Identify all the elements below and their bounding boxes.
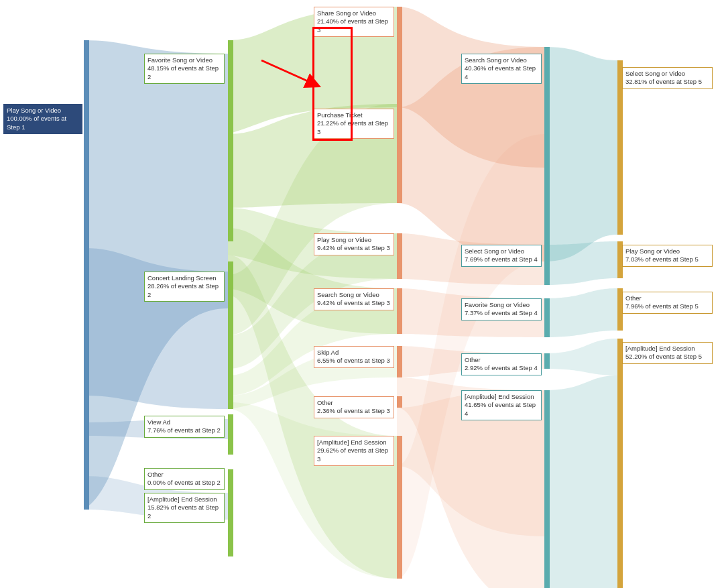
step3-purchase-node[interactable]: Purchase Ticket 21.22% of events at Step… [314, 109, 394, 139]
step3-skipad-sub: 6.55% of events at Step 3 [317, 357, 390, 364]
step3-skipad-label: Skip Ad [317, 349, 339, 356]
step3-bar-skipad [397, 346, 402, 377]
step3-bar-end [397, 436, 402, 579]
step3-playsong-label: Play Song or Video [317, 236, 371, 243]
step4-bar-search [544, 47, 550, 261]
step3-search-sub: 9.42% of events at Step 3 [317, 299, 390, 306]
step3-search-node[interactable]: Search Song or Video 9.42% of events at … [314, 288, 394, 310]
step4-bar-end [544, 390, 550, 588]
step5-other-label: Other [625, 294, 642, 302]
step4-other-sub: 2.92% of events at Step 4 [465, 364, 538, 371]
step3-playsong-node[interactable]: Play Song or Video 9.42% of events at St… [314, 233, 394, 255]
step4-other-label: Other [465, 356, 481, 363]
step1-play-label: Play Song or Video [7, 107, 61, 114]
step1-bar [84, 40, 89, 510]
step2-favorite-node[interactable]: Favorite Song or Video 48.15% of events … [144, 54, 225, 84]
step5-end-sub: 52.20% of events at Step 5 [625, 353, 702, 360]
step2-end-label: [Amplitude] End Session [147, 495, 217, 503]
step5-other-sub: 7.96% of events at Step 5 [625, 302, 699, 310]
step2-concert-sub: 28.26% of events at Step 2 [147, 282, 219, 298]
step3-end-label: [Amplitude] End Session [317, 438, 387, 446]
step5-playsong-sub: 7.03% of events at Step 5 [625, 255, 699, 263]
step5-end-node[interactable]: [Amplitude] End Session 52.20% of events… [622, 342, 713, 364]
step2-viewad-node[interactable]: View Ad 7.76% of events at Step 2 [144, 416, 225, 438]
step4-search-label: Search Song or Video [465, 56, 527, 64]
step4-select-node[interactable]: Select Song or Video 7.69% of events at … [461, 245, 542, 267]
step3-purchase-label: Purchase Ticket [317, 111, 363, 119]
step4-select-sub: 7.69% of events at Step 4 [465, 255, 538, 263]
step2-other-node[interactable]: Other 0.00% of events at Step 2 [144, 468, 225, 490]
step2-bar-end [228, 469, 233, 556]
step4-favorite-sub: 7.37% of events at Step 4 [465, 309, 538, 316]
step5-playsong-node[interactable]: Play Song or Video 7.03% of events at St… [622, 245, 713, 267]
step3-other-node[interactable]: Other 2.36% of events at Step 3 [314, 396, 394, 418]
step5-bar-end [617, 339, 623, 588]
step2-end-node[interactable]: [Amplitude] End Session 15.82% of events… [144, 493, 225, 523]
step5-playsong-label: Play Song or Video [625, 247, 680, 255]
step4-search-sub: 40.36% of events at Step 4 [465, 64, 536, 80]
step5-end-label: [Amplitude] End Session [625, 345, 695, 352]
step3-end-sub: 29.62% of events at Step 3 [317, 447, 388, 462]
step3-skipad-node[interactable]: Skip Ad 6.55% of events at Step 3 [314, 346, 394, 368]
step4-favorite-node[interactable]: Favorite Song or Video 7.37% of events a… [461, 298, 542, 320]
step3-share-sub: 21.40% of events at Step 3 [317, 17, 388, 33]
step4-select-label: Select Song or Video [465, 247, 524, 255]
step3-other-label: Other [317, 399, 333, 406]
step3-share-label: Share Song or Video [317, 9, 376, 17]
step3-share-node[interactable]: Share Song or Video 21.40% of events at … [314, 7, 394, 37]
step3-bar-share [397, 7, 402, 107]
step2-bar-favorite [228, 40, 233, 241]
step2-other-sub: 0.00% of events at Step 2 [147, 479, 221, 486]
step4-search-node[interactable]: Search Song or Video 40.36% of events at… [461, 54, 542, 84]
step2-bar-viewad [228, 414, 233, 455]
step4-end-sub: 41.65% of events at Step 4 [465, 401, 536, 416]
sankey-container: Play Song or Video 100.00% of events at … [0, 0, 724, 588]
step4-end-node[interactable]: [Amplitude] End Session 41.65% of events… [461, 390, 542, 420]
step3-bar-purchase [397, 104, 402, 203]
step3-bar-playsong [397, 233, 402, 279]
step2-favorite-label: Favorite Song or Video [147, 56, 213, 64]
step3-end-node[interactable]: [Amplitude] End Session 29.62% of events… [314, 436, 394, 466]
step2-viewad-sub: 7.76% of events at Step 2 [147, 426, 221, 434]
step5-select-sub: 32.81% of events at Step 5 [625, 78, 702, 85]
step1-play-sub: 100.00% of events at Step 1 [7, 115, 66, 130]
step3-bar-search [397, 288, 402, 334]
step4-bar-other [544, 353, 550, 369]
step4-other-node[interactable]: Other 2.92% of events at Step 4 [461, 353, 542, 375]
step3-other-sub: 2.36% of events at Step 3 [317, 407, 390, 414]
step3-search-label: Search Song or Video [317, 291, 379, 298]
step2-bar-concert [228, 261, 233, 409]
step5-select-label: Select Song or Video [625, 70, 685, 77]
step4-bar-favorite [544, 298, 550, 337]
step2-other-label: Other [147, 471, 164, 478]
step4-favorite-label: Favorite Song or Video [465, 301, 530, 308]
step5-select-node[interactable]: Select Song or Video 32.81% of events at… [622, 67, 713, 89]
step2-concert-label: Concert Landing Screen [147, 274, 216, 282]
step5-other-node[interactable]: Other 7.96% of events at Step 5 [622, 292, 713, 314]
step4-end-label: [Amplitude] End Session [465, 393, 534, 400]
svg-line-0 [261, 60, 314, 84]
step4-bar-select [544, 245, 550, 285]
step2-concert-node[interactable]: Concert Landing Screen 28.26% of events … [144, 272, 225, 302]
step1-play-node[interactable]: Play Song or Video 100.00% of events at … [3, 104, 82, 134]
step2-favorite-sub: 48.15% of events at Step 2 [147, 64, 219, 80]
step3-bar-other [397, 396, 402, 408]
step3-playsong-sub: 9.42% of events at Step 3 [317, 244, 390, 251]
step2-end-sub: 15.82% of events at Step 2 [147, 504, 219, 519]
step2-viewad-label: View Ad [147, 418, 170, 426]
step3-purchase-sub: 21.22% of events at Step 3 [317, 119, 388, 135]
